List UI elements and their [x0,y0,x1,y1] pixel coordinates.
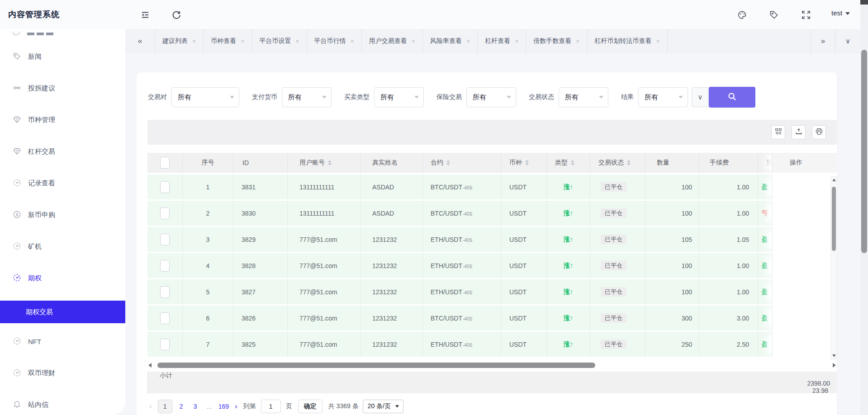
toolbar-buttons [771,125,826,139]
tabs-scroll-left-icon[interactable]: « [125,29,155,53]
sidebar-item-label: 记录查看 [28,179,55,188]
page-scrollbar-button[interactable] [860,0,868,5]
scroll-down-arrow-icon[interactable] [832,354,836,357]
tab-item[interactable]: 杠杆币划转法币查看× [588,29,668,53]
horizontal-scroll-thumb[interactable] [157,363,595,368]
columns-button[interactable] [771,125,785,139]
filter-select[interactable]: 所有 [282,87,332,107]
filter-select[interactable]: 所有 [466,87,516,107]
sort-arrows-icon[interactable] [525,160,529,165]
cell-type: 涨↑ [546,201,590,226]
collapse-sidebar-icon[interactable] [139,9,151,21]
tabs-scroll-right-icon[interactable]: » [811,29,835,53]
page-number[interactable]: 2 [176,403,186,410]
sidebar-item[interactable]: NFT [0,332,125,350]
table-row: 33829777@51.com1231232ETH/USDT-40SUSDT涨↑… [147,227,837,253]
filter-select[interactable]: 所有 [638,87,688,107]
page-scroll-thumb[interactable] [861,50,867,253]
sidebar-item[interactable]: 期权 [0,269,125,287]
expand-filters-button[interactable]: ∨ [692,87,709,107]
sidebar-item[interactable]: 矿机 [0,237,125,255]
page-number[interactable]: 169 [218,403,229,410]
tag-icon[interactable] [768,9,780,21]
page-prev-icon[interactable]: ‹ [147,402,154,411]
fullscreen-icon[interactable] [800,9,812,21]
sidebar-subitem[interactable]: 期权交易 [0,301,125,323]
search-button[interactable] [709,87,755,108]
column-header-account[interactable]: 用户账号 [287,153,360,173]
scroll-left-arrow-icon[interactable] [148,363,152,368]
sidebar-item-clipped[interactable] [0,29,125,35]
tab-close-icon[interactable]: × [466,38,470,45]
tab-close-icon[interactable]: × [412,38,415,45]
filter-value: 所有 [645,93,678,102]
page-size-select[interactable]: 20 条/页 [363,400,403,413]
column-header-id: ID [233,153,287,173]
cell-amount: 105 [645,227,699,252]
tab-close-icon[interactable]: × [192,38,196,45]
page-number[interactable]: 3 [190,403,200,410]
tab-item[interactable]: 倍数手数查看× [526,29,587,53]
tab-close-icon[interactable]: × [515,38,518,45]
refresh-icon[interactable] [171,9,182,21]
column-header-contract[interactable]: 合约 [422,153,501,173]
tab-item[interactable]: 平台币设置× [252,29,307,53]
sort-arrows-icon[interactable] [571,160,574,165]
print-button[interactable] [812,125,826,139]
filter-select[interactable]: 所有 [559,87,608,107]
sidebar-item[interactable]: 杠杆交易 [0,142,125,160]
sort-arrows-icon[interactable] [328,160,332,165]
column-header-status[interactable]: 交易状态 [590,153,645,173]
row-checkbox[interactable] [160,260,170,272]
sidebar-item[interactable]: 投拆建议 [0,79,125,97]
tab-close-icon[interactable]: × [295,38,299,45]
sort-arrows-icon[interactable] [446,160,450,165]
vertical-scroll-thumb[interactable] [832,187,836,251]
row-checkbox[interactable] [160,312,170,324]
tabs-menu-caret-icon[interactable]: ∨ [835,29,860,53]
export-button[interactable] [792,125,806,139]
column-header-coin[interactable]: 币种 [501,153,546,173]
filter-select[interactable]: 所有 [374,87,424,107]
tab-item[interactable]: 风险率查看× [423,29,478,53]
page-next-icon[interactable]: › [233,402,239,411]
sidebar-item[interactable]: 币种管理 [0,111,125,129]
tab-close-icon[interactable]: × [656,38,660,45]
filter-select[interactable]: 所有 [171,87,239,107]
sidebar-item[interactable]: 记录查看 [0,174,125,192]
cell-action [772,201,837,226]
tab-item[interactable]: 杠杆查看× [478,29,526,53]
row-checkbox[interactable] [160,286,170,298]
column-label: 类型 [555,159,568,167]
page-scrollbar [860,0,868,415]
sidebar-item[interactable]: 站内信 [0,396,125,414]
page-jump-input[interactable] [261,400,281,413]
cell-name: 1231232 [360,227,422,252]
tab-item[interactable]: 平台币行情× [307,29,362,53]
tab-close-icon[interactable]: × [576,38,579,45]
row-checkbox[interactable] [160,234,170,245]
sidebar-item[interactable]: 双币理财 [0,364,125,382]
tab-close-icon[interactable]: × [241,38,244,45]
tab-item[interactable]: 建议列表× [155,29,204,53]
row-checkbox[interactable] [160,208,170,219]
confirm-button[interactable]: 确定 [298,400,323,413]
tab-item[interactable]: 用户交易查看× [362,29,423,53]
page-number[interactable]: 1 [158,400,172,413]
tab-close-icon[interactable]: × [351,38,354,45]
sort-arrows-icon[interactable] [627,160,631,165]
sidebar-item[interactable]: $新币申购 [0,206,125,224]
column-header-type[interactable]: 类型 [546,153,590,173]
tab-item[interactable]: 币种查看× [204,29,252,53]
scroll-up-arrow-icon[interactable] [832,179,836,181]
row-checkbox[interactable] [160,181,170,193]
tab-label: 建议列表 [162,37,188,45]
row-checkbox[interactable] [160,339,170,350]
theme-palette-icon[interactable] [736,9,748,21]
select-all-checkbox[interactable] [160,157,170,169]
sidebar-item[interactable]: 新闻 [0,47,125,66]
cell-account: 777@51.com [287,253,360,278]
scroll-right-arrow-icon[interactable] [833,363,836,368]
user-menu[interactable]: test [831,9,850,17]
cell-result: 盈 [758,174,772,199]
